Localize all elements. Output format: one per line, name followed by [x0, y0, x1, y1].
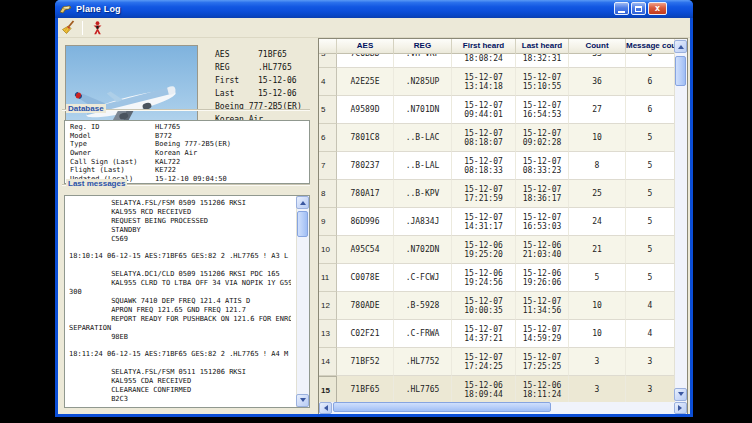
column-header[interactable]: Last heard [516, 39, 569, 54]
toolbar-separator [82, 21, 83, 35]
table-row[interactable]: 13C02F21.C-FRWA15-12-07 14:37:2115-12-07… [319, 320, 674, 348]
table-cell: .C-FCWJ [394, 264, 452, 292]
flights-table: AESREGFirst heardLast heardCountMessage … [318, 38, 688, 414]
person-button[interactable] [87, 19, 107, 37]
aircraft-info-row: REG.HL7765 [215, 61, 302, 74]
maximize-button[interactable] [631, 2, 646, 15]
table-cell: 780A17 [337, 180, 394, 208]
table-row[interactable]: 5A9589D.N701DN15-12-07 09:44:0115-12-07 … [319, 96, 674, 124]
info-value: 15-12-06 [258, 87, 297, 100]
table-row[interactable]: 12780ADE.B-592815-12-07 10:00:3515-12-07… [319, 292, 674, 320]
plane-log-window: Plane Log x [55, 0, 693, 417]
table-horizontal-scrollbar[interactable] [319, 402, 687, 414]
table-cell: 15-12-06 19:26:06 [516, 264, 569, 292]
table-cell: 15-12-07 13:14:18 [452, 68, 516, 96]
row-number-cell: 11 [319, 264, 337, 292]
table-cell: 15-12-07 10:00:35 [452, 292, 516, 320]
field-label: Call Sign (Last) [70, 158, 155, 167]
table-cell: 6 [626, 54, 674, 68]
column-header[interactable]: Count [569, 39, 626, 54]
column-header[interactable]: AES [337, 39, 394, 54]
info-value: .HL7765 [258, 61, 292, 74]
field-value: Korean Air [155, 149, 197, 158]
table-row[interactable]: 37C6BBD.VH-VKF15-12-06 18:08:2415-12-07 … [319, 54, 674, 68]
table-row[interactable]: 8780A17..B-KPV15-12-07 17:21:5915-12-07 … [319, 180, 674, 208]
messages-scrollbar[interactable] [296, 196, 309, 407]
table-row[interactable]: 67801C8..B-LAC15-12-07 08:18:0715-12-07 … [319, 124, 674, 152]
table-header-row: AESREGFirst heardLast heardCountMessage … [319, 39, 674, 54]
table-row[interactable]: 11C0078E.C-FCWJ15-12-06 19:24:5615-12-06… [319, 264, 674, 292]
column-header[interactable] [319, 39, 337, 54]
messages-panel: SELATYA.FSL/FSM 0509 151206 RKSI KAL955 … [64, 195, 310, 408]
table-row[interactable]: 1471BF52.HL775215-12-07 17:24:2515-12-07… [319, 348, 674, 376]
arrow-right-icon [678, 405, 685, 411]
window-title: Plane Log [76, 4, 121, 14]
row-number-cell: 6 [319, 124, 337, 152]
messages-scrollbar-thumb[interactable] [297, 211, 308, 237]
maximize-icon [635, 6, 642, 12]
arrow-down-icon [678, 392, 684, 399]
table-cell: 71BF52 [337, 348, 394, 376]
table-cell: 15-12-07 09:44:01 [452, 96, 516, 124]
table-cell: ..B-LAC [394, 124, 452, 152]
table-cell: 15-12-07 11:34:56 [516, 292, 569, 320]
table-cell: 15-12-06 18:09:44 [452, 376, 516, 404]
table-cell: .N285UP [394, 68, 452, 96]
table-cell: .HL7765 [394, 376, 452, 404]
table-cell: 5 [626, 124, 674, 152]
table-row[interactable]: 10A95C54.N702DN15-12-06 19:25:2015-12-06… [319, 236, 674, 264]
row-number-cell: 4 [319, 68, 337, 96]
minimize-button[interactable] [614, 2, 629, 15]
table-cell: 5 [626, 264, 674, 292]
info-label: Last [215, 87, 258, 100]
red-figure-icon [91, 21, 104, 35]
column-header[interactable]: Message count [626, 39, 674, 54]
broom-icon [61, 20, 76, 35]
table-row[interactable]: 7780237..B-LAL15-12-07 08:18:3315-12-07 … [319, 152, 674, 180]
window-content: Boeing 777-2B5(ER) Korean Air AES71BF65R… [58, 18, 690, 414]
info-label: REG [215, 61, 258, 74]
minimize-icon [618, 11, 625, 13]
arrow-left-icon [321, 405, 328, 411]
table-cell: 21 [569, 236, 626, 264]
table-cell: 15-12-07 08:33:23 [516, 152, 569, 180]
acars-message-text[interactable]: SELATYA.FSL/FSM 0509 151206 RKSI KAL955 … [65, 196, 291, 403]
table-row[interactable]: 986D996.JA834J15-12-07 14:31:1715-12-07 … [319, 208, 674, 236]
column-header[interactable]: First heard [452, 39, 516, 54]
database-field-row: OwnerKorean Air [65, 149, 309, 158]
table-cell: 15-12-07 18:36:17 [516, 180, 569, 208]
column-header[interactable]: REG [394, 39, 452, 54]
table-row[interactable]: 1571BF65.HL776515-12-06 18:09:4415-12-06… [319, 376, 674, 404]
database-field-row: Reg. IDHL7765 [65, 123, 309, 132]
row-number-cell: 13 [319, 320, 337, 348]
table-cell: C02F21 [337, 320, 394, 348]
messages-scroll-up-button[interactable] [296, 196, 309, 209]
table-cell: 33 [569, 54, 626, 68]
table-scroll-up-button[interactable] [674, 40, 687, 53]
messages-scroll-down-button[interactable] [296, 394, 309, 407]
table-cell: 15-12-06 18:11:24 [516, 376, 569, 404]
table-cell: A9589D [337, 96, 394, 124]
table-scroll-right-button[interactable] [674, 402, 687, 414]
table-cell: ..B-LAL [394, 152, 452, 180]
titlebar[interactable]: Plane Log x [55, 0, 693, 18]
table-cell: 15-12-07 16:54:53 [516, 96, 569, 124]
table-cell: 25 [569, 180, 626, 208]
table-hscrollbar-thumb[interactable] [333, 402, 551, 412]
table-cell: 15-12-07 14:31:17 [452, 208, 516, 236]
table-vscrollbar-thumb[interactable] [675, 56, 686, 86]
table-row[interactable]: 4A2E25E.N285UP15-12-07 13:14:1815-12-07 … [319, 68, 674, 96]
table-cell: A2E25E [337, 68, 394, 96]
table-cell: 10 [569, 292, 626, 320]
table-vertical-scrollbar[interactable] [674, 39, 687, 402]
table-cell: A95C54 [337, 236, 394, 264]
table-cell: 15-12-06 19:25:20 [452, 236, 516, 264]
field-label: Model [70, 132, 155, 141]
row-number-cell: 12 [319, 292, 337, 320]
table-scroll-left-button[interactable] [319, 402, 332, 414]
close-button[interactable]: x [648, 2, 667, 15]
clear-log-button[interactable] [58, 19, 78, 37]
table-scroll-down-button[interactable] [674, 388, 687, 401]
database-field-row: ModelB772 [65, 132, 309, 141]
table-cell: 6 [626, 68, 674, 96]
